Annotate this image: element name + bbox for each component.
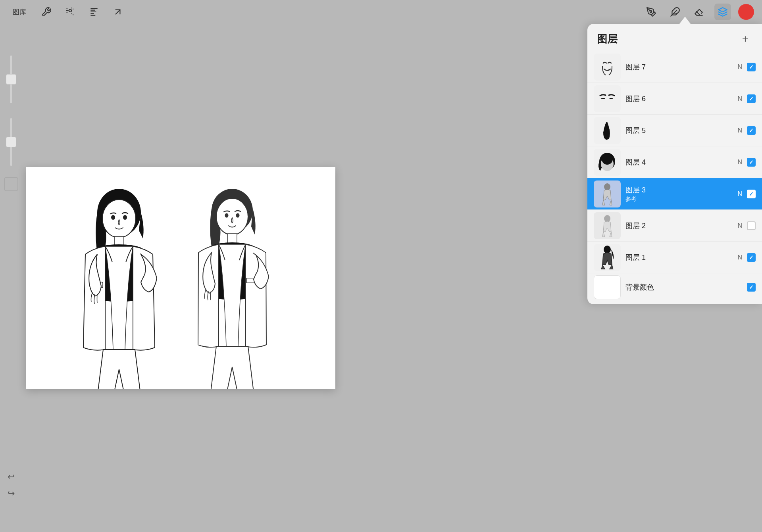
layer-visibility-checkbox[interactable] <box>747 94 756 103</box>
svg-point-17 <box>236 213 240 217</box>
layer-name: 图层 2 <box>625 221 733 230</box>
layer-mode: N <box>737 254 742 261</box>
layer-name: 图层 3 <box>625 185 733 195</box>
layer-thumbnail <box>594 149 621 176</box>
bg-color-label: 背景颜色 <box>621 282 747 292</box>
svg-point-0 <box>69 10 72 12</box>
layer-row[interactable]: 图层 2 N <box>587 210 762 242</box>
bg-visibility-checkbox[interactable] <box>747 283 756 292</box>
layer-row[interactable]: 图层 1 N <box>587 242 762 273</box>
svg-point-2 <box>650 11 652 12</box>
undo-button[interactable]: ↩ <box>6 470 16 484</box>
layer-thumbnail <box>594 244 621 271</box>
magic-icon[interactable] <box>62 4 79 20</box>
liquify-icon[interactable] <box>86 4 102 20</box>
layer-visibility-checkbox[interactable] <box>747 221 756 230</box>
layer-info: 图层 5 <box>621 126 737 135</box>
layer-sublabel: 参考 <box>625 196 733 203</box>
svg-point-26 <box>604 215 610 222</box>
layers-tool-icon[interactable] <box>714 4 731 20</box>
right-figure <box>198 189 269 389</box>
layer-mode: N <box>737 95 742 102</box>
bg-color-thumbnail <box>594 275 621 299</box>
svg-point-16 <box>225 213 229 217</box>
layer-panel-header: 图层 + <box>587 24 762 51</box>
svg-point-9 <box>123 215 127 220</box>
arrow-icon[interactable] <box>110 4 126 20</box>
svg-marker-5 <box>718 8 727 12</box>
opacity-thumb[interactable] <box>6 137 16 147</box>
color-picker-circle[interactable] <box>738 4 754 20</box>
layer-thumbnail <box>594 85 621 112</box>
svg-point-15 <box>216 198 248 235</box>
layer-row-active[interactable]: 图层 3 参考 N <box>587 178 762 210</box>
ink-tool-icon[interactable] <box>667 4 683 20</box>
svg-point-8 <box>111 215 115 220</box>
layer-visibility-checkbox[interactable] <box>747 253 756 262</box>
toolbar-left: 图库 <box>8 4 126 20</box>
layer-info: 图层 4 <box>621 157 737 167</box>
layer-visibility-checkbox[interactable] <box>747 158 756 167</box>
layer-mode: N <box>737 63 742 71</box>
drawing-canvas <box>26 167 335 389</box>
layer-info: 图层 3 参考 <box>621 185 737 203</box>
left-controls: ↩ ↪ <box>0 24 22 532</box>
layer-panel: 图层 + 图层 7 N <box>587 24 762 304</box>
layer-info: 图层 2 <box>621 221 737 230</box>
layer-row[interactable]: 图层 6 N <box>587 83 762 115</box>
shape-button[interactable] <box>4 177 18 191</box>
undo-redo-controls: ↩ ↪ <box>6 470 16 500</box>
layer-row[interactable]: 图层 4 N <box>587 146 762 178</box>
bg-color-row[interactable]: 背景颜色 <box>587 273 762 301</box>
layer-visibility-checkbox[interactable] <box>747 190 756 198</box>
layer-name: 图层 1 <box>625 253 733 262</box>
eraser-tool-icon[interactable] <box>691 4 707 20</box>
brush-size-thumb[interactable] <box>6 74 16 85</box>
gallery-button[interactable]: 图库 <box>8 5 31 19</box>
svg-rect-19 <box>246 278 254 283</box>
pen-tool-icon[interactable] <box>643 4 660 20</box>
layer-info: 图层 1 <box>621 253 737 262</box>
layer-visibility-checkbox[interactable] <box>747 126 756 135</box>
layer-thumbnail <box>594 181 621 207</box>
svg-point-25 <box>604 183 610 190</box>
brush-size-slider[interactable] <box>10 56 12 103</box>
wrench-icon[interactable] <box>38 4 55 20</box>
opacity-slider[interactable] <box>10 118 12 166</box>
layer-mode: N <box>737 190 742 198</box>
layer-mode: N <box>737 222 742 229</box>
panel-title: 图层 <box>597 32 618 46</box>
left-figure <box>83 189 157 389</box>
layer-name: 图层 5 <box>625 126 733 135</box>
layer-name: 图层 4 <box>625 157 733 167</box>
layer-thumbnail <box>594 54 621 81</box>
add-layer-button[interactable]: + <box>738 32 752 46</box>
toolbar-right <box>643 4 754 20</box>
layer-row[interactable]: 图层 5 N <box>587 115 762 146</box>
svg-line-1 <box>116 10 120 14</box>
layer-row[interactable]: 图层 7 N <box>587 51 762 83</box>
layer-name: 图层 7 <box>625 62 733 72</box>
layer-info: 图层 6 <box>621 94 737 104</box>
redo-button[interactable]: ↪ <box>6 487 16 500</box>
layer-visibility-checkbox[interactable] <box>747 63 756 71</box>
layer-mode: N <box>737 159 742 166</box>
layer-name: 图层 6 <box>625 94 733 104</box>
svg-point-27 <box>604 246 611 254</box>
layer-thumbnail <box>594 117 621 144</box>
top-toolbar: 图库 <box>0 0 762 24</box>
layer-thumbnail <box>594 212 621 239</box>
svg-point-7 <box>102 200 136 238</box>
svg-point-24 <box>602 154 613 165</box>
layer-info: 图层 7 <box>621 62 737 72</box>
layer-mode: N <box>737 127 742 134</box>
